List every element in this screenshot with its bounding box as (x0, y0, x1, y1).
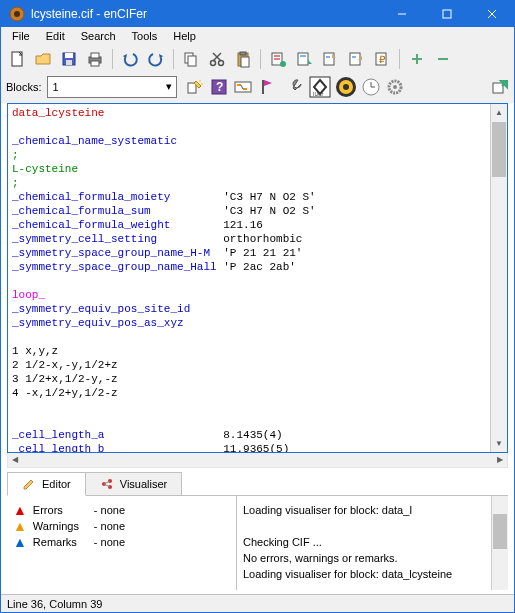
errors-row[interactable]: ▲ Errors - none (13, 504, 230, 516)
svg-point-43 (199, 80, 201, 82)
log-content[interactable]: Loading visualiser for block: data_I Che… (237, 496, 491, 591)
warning-triangle-icon: ▲ (13, 521, 27, 531)
svg-rect-3 (443, 10, 451, 18)
export-icon[interactable] (489, 77, 509, 97)
svg-rect-16 (188, 56, 196, 66)
svg-rect-8 (65, 53, 73, 58)
tab-editor[interactable]: Editor (7, 472, 86, 496)
tool-icon-2[interactable] (293, 48, 315, 70)
svg-rect-47 (235, 82, 251, 92)
tab-visualiser[interactable]: Visualiser (86, 472, 183, 496)
svg-rect-50 (262, 80, 264, 94)
svg-rect-48 (237, 84, 241, 86)
log-scroll-thumb[interactable] (493, 514, 507, 549)
copy-icon[interactable] (180, 48, 202, 70)
wrench-icon[interactable] (285, 77, 305, 97)
log-scrollbar[interactable] (491, 496, 508, 591)
maximize-button[interactable] (424, 1, 469, 27)
paste-icon[interactable] (232, 48, 254, 70)
svg-point-56 (343, 84, 349, 90)
svg-rect-49 (243, 88, 247, 90)
editor-area[interactable]: data_lcysteine _chemical_name_systematic… (7, 103, 508, 453)
undo-icon[interactable] (119, 48, 141, 70)
tool-icon-1[interactable] (267, 48, 289, 70)
svg-point-44 (201, 83, 203, 85)
app-icon (9, 6, 25, 22)
svg-rect-11 (91, 53, 99, 58)
scroll-thumb[interactable] (492, 122, 506, 177)
bottom-tabs: Editor Visualiser (7, 472, 508, 496)
molecule-icon (100, 477, 114, 491)
editor-horizontal-scrollbar[interactable]: ◀ ▶ (7, 453, 508, 468)
help-book-icon[interactable]: ? (209, 77, 229, 97)
warnings-row[interactable]: ▲ Warnings - none (13, 520, 230, 532)
menu-help[interactable]: Help (166, 28, 203, 44)
wizard-icon[interactable] (185, 77, 205, 97)
svg-rect-23 (241, 57, 249, 67)
svg-point-18 (219, 60, 224, 65)
svg-point-27 (280, 61, 286, 67)
tool-icon-4[interactable] (345, 48, 367, 70)
editor-content[interactable]: data_lcysteine _chemical_name_systematic… (8, 104, 490, 452)
new-file-icon[interactable] (6, 48, 28, 70)
print-icon[interactable] (84, 48, 106, 70)
menu-file[interactable]: File (5, 28, 37, 44)
cursor-position: Line 36, Column 39 (7, 598, 102, 610)
clock-icon[interactable] (361, 77, 381, 97)
svg-rect-22 (240, 52, 246, 55)
svg-text:?: ? (216, 80, 223, 94)
target-icon[interactable] (335, 76, 357, 98)
editor-vertical-scrollbar[interactable]: ▲ ▼ (490, 104, 507, 452)
remarks-row[interactable]: ▲ Remarks - none (13, 536, 230, 548)
blocks-label: Blocks: (6, 81, 41, 93)
gear-icon[interactable] (385, 77, 405, 97)
tool-icon-5[interactable]: ₽ (371, 48, 393, 70)
title-bar: lcysteine.cif - enCIFer (1, 1, 514, 27)
svg-text:IUCr: IUCr (313, 91, 324, 97)
svg-rect-62 (493, 83, 503, 93)
blocks-toolbar: Blocks: 1 ▾ ? IUCr (1, 73, 514, 103)
svg-point-17 (211, 60, 216, 65)
chevron-down-icon: ▾ (166, 80, 172, 93)
redo-icon[interactable] (145, 48, 167, 70)
scroll-up-icon[interactable]: ▲ (491, 104, 507, 121)
svg-rect-34 (350, 53, 360, 65)
plus-icon[interactable] (406, 48, 428, 70)
blocks-select[interactable]: 1 ▾ (47, 76, 177, 98)
window-title: lcysteine.cif - enCIFer (31, 7, 379, 21)
svg-marker-30 (308, 60, 312, 64)
bottom-panels: ▲ Errors - none ▲ Warnings - none ▲ Rema… (7, 495, 508, 591)
open-file-icon[interactable] (32, 48, 54, 70)
scroll-left-icon[interactable]: ◀ (12, 455, 18, 464)
loop-icon[interactable] (233, 77, 253, 97)
svg-point-1 (14, 11, 20, 17)
svg-rect-12 (91, 61, 99, 66)
iucr-icon[interactable]: IUCr (309, 76, 331, 98)
save-icon[interactable] (58, 48, 80, 70)
status-bar: Line 36, Column 39 (1, 594, 514, 612)
flag-icon[interactable] (257, 77, 277, 97)
svg-point-61 (393, 85, 397, 89)
menu-tools[interactable]: Tools (125, 28, 165, 44)
remark-triangle-icon: ▲ (13, 537, 27, 547)
scroll-right-icon[interactable]: ▶ (497, 455, 503, 464)
log-panel: Loading visualiser for block: data_I Che… (237, 496, 508, 591)
minimize-button[interactable] (379, 1, 424, 27)
tool-icon-3[interactable] (319, 48, 341, 70)
menu-bar: File Edit Search Tools Help (1, 27, 514, 44)
scroll-down-icon[interactable]: ▼ (491, 435, 507, 452)
cut-icon[interactable] (206, 48, 228, 70)
minus-icon[interactable] (432, 48, 454, 70)
error-triangle-icon: ▲ (13, 505, 27, 515)
pencil-icon (22, 477, 36, 491)
errors-panel: ▲ Errors - none ▲ Warnings - none ▲ Rema… (7, 496, 237, 591)
close-button[interactable] (469, 1, 514, 27)
svg-rect-28 (298, 53, 308, 65)
menu-edit[interactable]: Edit (39, 28, 72, 44)
main-toolbar: ₽ (1, 45, 514, 73)
svg-rect-9 (66, 60, 72, 65)
menu-search[interactable]: Search (74, 28, 123, 44)
svg-text:₽: ₽ (379, 54, 386, 65)
